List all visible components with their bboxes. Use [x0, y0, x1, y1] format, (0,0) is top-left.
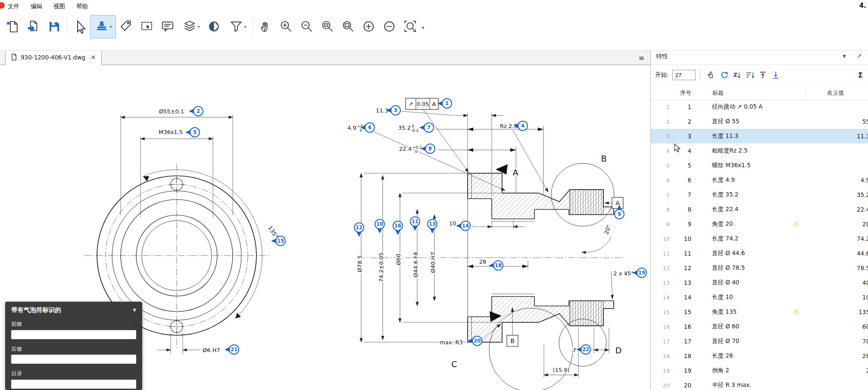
- table-row[interactable]: 44粗糙度Rz 2.5: [651, 144, 868, 158]
- menu-item-2[interactable]: 编辑: [31, 3, 42, 10]
- table-row[interactable]: 1919倒角 22: [651, 363, 868, 378]
- zoom-out-button[interactable]: [297, 15, 317, 38]
- column-header-title[interactable]: 标题: [693, 86, 788, 100]
- dimension-label[interactable]: max. R3: [440, 339, 463, 346]
- dimension-label[interactable]: 35.20-0.2: [398, 124, 418, 133]
- balloon-19[interactable]: 19: [632, 268, 646, 278]
- tab-close-button[interactable]: ×: [91, 53, 96, 61]
- document-tab[interactable]: 930-1200-406-V1.dwg ×: [5, 49, 102, 65]
- renumber-icon[interactable]: [718, 69, 731, 81]
- dimension-label[interactable]: A: [513, 168, 518, 177]
- menu-item-3[interactable]: 视图: [53, 3, 65, 10]
- balloon-1[interactable]: 1: [437, 99, 452, 108]
- balloon-8[interactable]: 8: [421, 144, 435, 153]
- table-row[interactable]: 1212直径 Ø 78.578.5: [651, 261, 868, 275]
- zoom-region-button[interactable]: [317, 15, 338, 38]
- chevron-down-icon[interactable]: ▼: [133, 308, 136, 312]
- dimension-label[interactable]: 74.2±0.05: [378, 253, 384, 282]
- decrease-button[interactable]: [379, 15, 400, 38]
- datum-box-B[interactable]: B: [507, 335, 518, 346]
- dimension-label[interactable]: 28: [479, 259, 487, 265]
- menu-item-4[interactable]: 帮助: [76, 3, 88, 10]
- menu-item-1[interactable]: 文件: [8, 3, 19, 10]
- dimension-annotations[interactable]: Ø55±0.1M36x1.5135°Ø6 H711.34.9+0.2035.20…: [159, 98, 646, 373]
- table-row[interactable]: 1616直径 Ø 6060: [651, 319, 868, 334]
- move-to-top-icon[interactable]: [756, 69, 769, 81]
- dimension-label[interactable]: Ø44.6 F8: [412, 252, 419, 277]
- balloon-10[interactable]: 10: [375, 219, 384, 234]
- table-row[interactable]: 1414长度 1010: [651, 290, 868, 305]
- zoom-extents-button[interactable]: [400, 15, 421, 38]
- table-row[interactable]: 1515角度 135⚠135: [651, 305, 868, 319]
- balloon-2[interactable]: 2: [189, 106, 203, 116]
- datum-box-A[interactable]: A: [612, 197, 623, 209]
- balloon-14[interactable]: 14: [456, 221, 470, 231]
- sort-z-icon[interactable]: Z: [731, 69, 743, 81]
- table-row[interactable]: 2020半径 R 3 max.: [651, 378, 868, 390]
- table-row[interactable]: 11径向跳动 ↗ 0.05 A: [651, 100, 868, 114]
- balloon-11[interactable]: 11: [410, 217, 420, 231]
- balloon-16[interactable]: 16: [393, 221, 403, 235]
- table-row[interactable]: 1818长度 2828: [651, 349, 868, 363]
- dimension-label[interactable]: 22.4+0.20: [399, 145, 422, 154]
- dimension-label[interactable]: Ø78.5: [356, 255, 363, 272]
- table-row[interactable]: 1717直径 Ø 7070: [651, 334, 868, 349]
- dimension-label[interactable]: M36x1.5: [159, 129, 183, 135]
- table-row[interactable]: 33长度 11.311.3: [651, 129, 868, 144]
- dimension-label[interactable]: (15.9): [553, 367, 569, 373]
- table-row[interactable]: 1010长度 74.274.2: [651, 231, 868, 246]
- dimension-label[interactable]: Ø60: [395, 254, 402, 265]
- new-document-button[interactable]: [3, 15, 23, 38]
- balloon-field-input-2[interactable]: [11, 355, 136, 364]
- dimension-label[interactable]: 2 x 45°: [613, 270, 634, 277]
- increase-button[interactable]: [359, 15, 379, 38]
- dimension-label[interactable]: 20°: [603, 224, 612, 235]
- table-row[interactable]: 55螺纹 M36x1.5: [651, 158, 868, 173]
- dimension-label[interactable]: B: [601, 154, 606, 163]
- tag-button[interactable]: [116, 15, 137, 38]
- balloon-field-input-3[interactable]: [11, 380, 136, 389]
- balloon-5[interactable]: 5: [185, 128, 200, 137]
- select-cursor-button[interactable]: [69, 15, 90, 38]
- invert-display-button[interactable]: [204, 15, 225, 38]
- dimension-label[interactable]: Ø40 H7: [430, 252, 436, 273]
- balloon-18[interactable]: 18: [489, 261, 503, 270]
- balloon-stamp-button[interactable]: ▾: [90, 15, 116, 38]
- filter-button[interactable]: ▾: [225, 15, 250, 38]
- table-row[interactable]: 22直径 Ø 5555: [651, 114, 868, 129]
- balloon-21[interactable]: 21: [225, 345, 239, 354]
- dimension-label[interactable]: Ø6 H7: [203, 347, 220, 353]
- dimension-label[interactable]: 7: [573, 347, 576, 353]
- chevron-down-icon[interactable]: ▼: [843, 54, 846, 59]
- pan-hand-button[interactable]: [255, 15, 276, 38]
- marquee-select-button[interactable]: [137, 15, 157, 38]
- dimension-label[interactable]: Ø55±0.1: [159, 108, 184, 115]
- save-button[interactable]: [44, 15, 65, 38]
- toolbar-collapse-icon[interactable]: ◂: [422, 25, 424, 30]
- dimension-label[interactable]: 10: [449, 220, 456, 227]
- column-header-nominal[interactable]: 名义值: [805, 86, 868, 100]
- move-to-bottom-icon[interactable]: [769, 69, 782, 81]
- balloon-12[interactable]: 12: [354, 223, 364, 237]
- start-number-input[interactable]: [672, 70, 696, 80]
- sort-descending-icon[interactable]: [743, 69, 756, 81]
- comment-button[interactable]: [157, 15, 178, 38]
- layers-button[interactable]: ▾: [178, 15, 204, 38]
- dimension-label[interactable]: 11.3: [376, 107, 388, 114]
- balloon-field-input-1[interactable]: [11, 330, 136, 339]
- zoom-window-button[interactable]: [338, 15, 359, 38]
- table-row[interactable]: 77长度 35.235.2: [651, 187, 868, 202]
- sum-icon[interactable]: Σ: [858, 71, 864, 79]
- zoom-in-button[interactable]: [276, 15, 297, 38]
- column-header-number[interactable]: 序号: [672, 89, 693, 97]
- table-row[interactable]: 1313直径 Ø 4040: [651, 275, 868, 290]
- tab-list-icon[interactable]: ≡: [639, 52, 644, 65]
- pin-icon[interactable]: [856, 53, 863, 60]
- table-row[interactable]: 88长度 22.422.4: [651, 202, 868, 217]
- open-document-button[interactable]: [23, 15, 44, 38]
- dimension-label[interactable]: C: [451, 359, 457, 369]
- table-row[interactable]: 66长度 4.94.9: [651, 173, 868, 187]
- balloon-7[interactable]: 7: [419, 123, 434, 132]
- feature-control-frame[interactable]: ↗0.05A: [406, 98, 438, 109]
- table-row[interactable]: 1111直径 Ø 44.644.6: [651, 246, 868, 261]
